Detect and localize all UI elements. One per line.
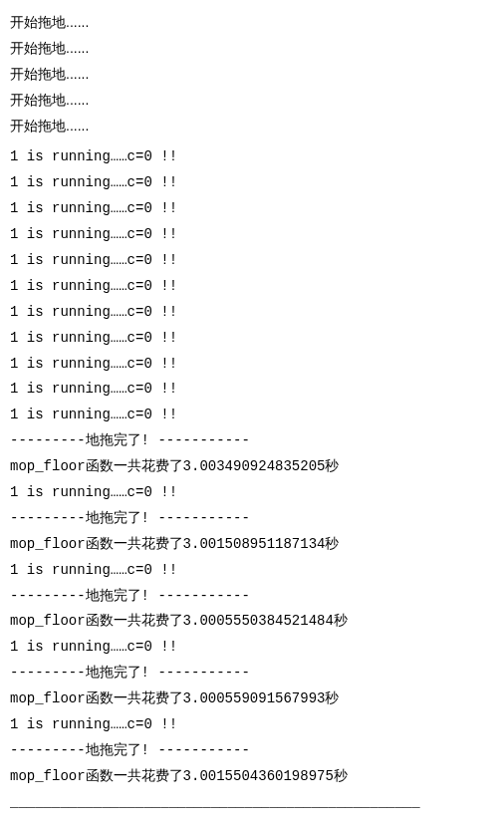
- start-line: 开始拖地......: [10, 88, 494, 114]
- mop-floor-summary: mop_floor函数一共花费了3.001508951187134秒: [10, 532, 494, 558]
- done-line: ---------地拖完了! -----------: [10, 584, 494, 610]
- start-line: 开始拖地......: [10, 114, 494, 139]
- done-line: ---------地拖完了! -----------: [10, 661, 494, 686]
- running-line: 1 is running……c=0 !!: [10, 170, 494, 196]
- start-line: 开始拖地......: [10, 10, 494, 36]
- running-line: 1 is running……c=0 !!: [10, 480, 494, 506]
- mop-floor-summary: mop_floor函数一共花费了3.000559091567993秒: [10, 686, 494, 712]
- mop-floor-summary: mop_floor函数一共花费了3.0005550384521484秒: [10, 609, 494, 635]
- start-line: 开始拖地......: [10, 62, 494, 88]
- mop-floor-summary: mop_floor函数一共花费了3.0015504360198975秒: [10, 764, 494, 790]
- running-line: 1 is running……c=0 !!: [10, 326, 494, 352]
- running-line: 1 is running……c=0 !!: [10, 144, 494, 170]
- running-line: 1 is running……c=0 !!: [10, 274, 494, 300]
- running-line: 1 is running……c=0 !!: [10, 558, 494, 584]
- running-line: 1 is running……c=0 !!: [10, 403, 494, 428]
- running-line: 1 is running……c=0 !!: [10, 712, 494, 738]
- separator-line: ________________________________________…: [10, 790, 494, 816]
- done-line: ---------地拖完了! -----------: [10, 506, 494, 532]
- running-line: 1 is running……c=0 !!: [10, 635, 494, 661]
- mop-floor-summary: mop_floor函数一共花费了3.003490924835205秒: [10, 454, 494, 480]
- running-line: 1 is running……c=0 !!: [10, 196, 494, 222]
- running-line: 1 is running……c=0 !!: [10, 222, 494, 248]
- running-line: 1 is running……c=0 !!: [10, 300, 494, 326]
- running-line: 1 is running……c=0 !!: [10, 248, 494, 274]
- running-line: 1 is running……c=0 !!: [10, 352, 494, 378]
- done-line: ---------地拖完了! -----------: [10, 738, 494, 764]
- start-line: 开始拖地......: [10, 36, 494, 62]
- running-line: 1 is running……c=0 !!: [10, 377, 494, 403]
- done-line: ---------地拖完了! -----------: [10, 428, 494, 454]
